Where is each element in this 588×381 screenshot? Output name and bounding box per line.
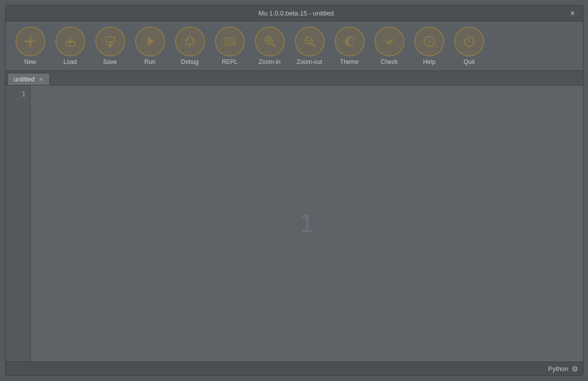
svg-line-13 bbox=[185, 44, 187, 45]
load-icon bbox=[55, 26, 85, 56]
svg-rect-4 bbox=[106, 37, 115, 42]
debug-button[interactable]: Debug bbox=[170, 24, 210, 67]
save-icon bbox=[95, 26, 125, 56]
svg-rect-18 bbox=[231, 39, 233, 41]
quit-button[interactable]: Quit bbox=[449, 24, 489, 67]
run-label: Run bbox=[144, 58, 155, 65]
editor-area: 1 1 bbox=[5, 85, 583, 362]
check-label: Check bbox=[381, 58, 397, 65]
save-button[interactable]: Save bbox=[90, 24, 130, 67]
debug-label: Debug bbox=[181, 58, 198, 65]
zoom-in-label: Zoom-in bbox=[258, 58, 280, 65]
zoom-out-button[interactable]: Zoom-out bbox=[290, 24, 330, 67]
code-editor[interactable]: 1 bbox=[30, 85, 583, 362]
toolbar: New Load Save bbox=[5, 21, 583, 71]
quit-label: Quit bbox=[463, 58, 474, 65]
language-status: Python ⚙ bbox=[548, 365, 578, 374]
svg-rect-15 bbox=[225, 38, 235, 45]
zoom-out-icon bbox=[295, 26, 325, 56]
title-bar: Mu 1.0.0.beta.15 - untitled × bbox=[5, 5, 583, 21]
svg-line-23 bbox=[271, 43, 275, 47]
window-title: Mu 1.0.0.beta.15 - untitled bbox=[25, 9, 568, 17]
svg-point-8 bbox=[187, 38, 189, 40]
svg-text:?: ? bbox=[427, 38, 431, 46]
svg-marker-6 bbox=[148, 37, 155, 46]
language-label: Python bbox=[548, 365, 568, 373]
check-button[interactable]: Check bbox=[370, 24, 409, 67]
svg-rect-16 bbox=[226, 39, 228, 41]
svg-rect-19 bbox=[226, 42, 228, 43]
theme-button[interactable]: Theme bbox=[330, 24, 370, 67]
quit-icon bbox=[454, 26, 484, 56]
zoom-in-icon bbox=[255, 26, 285, 56]
run-icon bbox=[135, 26, 165, 56]
close-button[interactable]: × bbox=[567, 8, 578, 19]
line-number-1: 1 bbox=[9, 88, 26, 99]
repl-button[interactable]: REPL bbox=[210, 24, 250, 67]
repl-icon bbox=[215, 26, 245, 56]
tab-untitled[interactable]: untitled ✕ bbox=[7, 73, 50, 85]
svg-point-7 bbox=[187, 36, 194, 44]
tab-close-button[interactable]: ✕ bbox=[38, 76, 43, 83]
zoom-out-label: Zoom-out bbox=[297, 58, 322, 65]
gear-icon[interactable]: ⚙ bbox=[572, 365, 578, 374]
help-icon: ? bbox=[414, 26, 444, 56]
app-window: Mu 1.0.0.beta.15 - untitled × New bbox=[5, 5, 584, 376]
status-bar: Python ⚙ bbox=[5, 362, 583, 376]
run-button[interactable]: Run bbox=[130, 24, 170, 67]
help-button[interactable]: ? Help bbox=[409, 24, 449, 67]
editor-large-line-num: 1 bbox=[299, 210, 314, 238]
svg-rect-20 bbox=[229, 42, 231, 43]
svg-line-27 bbox=[311, 43, 315, 47]
tab-label: untitled bbox=[14, 75, 35, 83]
theme-icon bbox=[335, 26, 365, 56]
new-button[interactable]: New bbox=[10, 24, 50, 67]
theme-label: Theme bbox=[340, 58, 359, 65]
new-icon bbox=[15, 26, 45, 56]
svg-line-14 bbox=[194, 44, 195, 45]
help-label: Help bbox=[423, 58, 435, 65]
svg-point-9 bbox=[191, 38, 193, 40]
debug-icon bbox=[175, 26, 205, 56]
svg-rect-17 bbox=[229, 39, 231, 41]
line-numbers: 1 bbox=[5, 85, 30, 362]
save-label: Save bbox=[103, 58, 117, 65]
svg-rect-21 bbox=[231, 42, 233, 43]
load-label: Load bbox=[63, 58, 77, 65]
load-button[interactable]: Load bbox=[50, 24, 90, 67]
check-icon bbox=[375, 26, 404, 56]
tabs-bar: untitled ✕ bbox=[5, 71, 583, 85]
repl-label: REPL bbox=[222, 58, 237, 65]
zoom-in-button[interactable]: Zoom-in bbox=[250, 24, 290, 67]
new-label: New bbox=[24, 58, 36, 65]
